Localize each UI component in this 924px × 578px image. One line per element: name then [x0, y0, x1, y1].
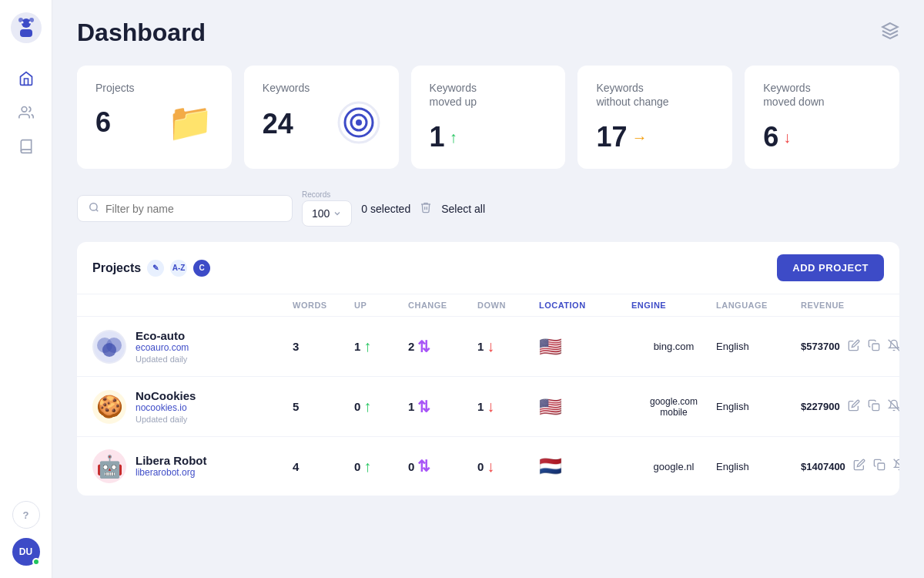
project-avatar-ecoauto: [92, 330, 126, 364]
add-project-button[interactable]: ADD PROJECT: [777, 254, 884, 281]
project-url-libera[interactable]: liberarobot.org: [136, 467, 207, 478]
project-url-ecoauto[interactable]: ecoauro.com: [136, 342, 189, 353]
svg-point-6: [28, 22, 31, 24]
svg-rect-19: [872, 344, 879, 351]
page-header: Dashboard: [77, 18, 899, 47]
stat-label-moved-down: Keywords moved down: [763, 81, 881, 109]
project-info-nocookies: 🍪 NoCookies nocookies.io Updated daily: [92, 389, 293, 424]
online-indicator: [32, 558, 40, 566]
trash-icon[interactable]: [420, 201, 432, 217]
sidebar-item-help[interactable]: ?: [12, 501, 40, 529]
project-updated-nocookies: Updated daily: [136, 415, 196, 424]
svg-rect-2: [20, 29, 32, 37]
sidebar-item-users[interactable]: [12, 99, 40, 126]
row-actions-ecoauto: $573700: [801, 339, 893, 355]
row-actions-libera: $1407400: [801, 459, 893, 474]
table-row: Eco-auto ecoauro.com Updated daily 3 1 ↑…: [77, 316, 899, 376]
stat-card-projects: Projects 6 📁: [77, 66, 232, 169]
engine-nocookies: google.com mobile: [631, 396, 716, 418]
layers-icon[interactable]: [881, 22, 899, 44]
project-name-libera: Libera Robot: [136, 454, 207, 467]
engine-libera: google.nl: [631, 461, 716, 472]
sort-badge[interactable]: A-Z: [170, 260, 187, 277]
projects-table: Projects ✎ A-Z C ADD PROJECT WORDS UP CH…: [77, 242, 899, 496]
up-arrow-nocookies: ↑: [363, 398, 371, 415]
project-updated-ecoauto: Updated daily: [136, 355, 189, 364]
edit-icon-nocookies[interactable]: [848, 399, 860, 415]
flag-nocookies: 🇺🇸: [539, 396, 631, 418]
select-all-button[interactable]: Select all: [441, 203, 485, 215]
svg-point-5: [21, 22, 23, 24]
neutral-arrow-icon: →: [631, 129, 647, 146]
projects-header: Projects ✎ A-Z C ADD PROJECT: [77, 242, 899, 294]
project-info-ecoauto: Eco-auto ecoauro.com Updated daily: [92, 329, 293, 364]
project-url-nocookies[interactable]: nocookies.io: [136, 402, 196, 413]
down-arrow-nocookies: ↓: [487, 398, 494, 415]
svg-marker-8: [882, 23, 898, 31]
col-header-up: UP: [354, 301, 408, 310]
copy-icon-libera[interactable]: [873, 459, 886, 474]
stat-card-no-change: Keywords without change 17 →: [578, 66, 732, 169]
filter-row: Records 100 0 selected Select all: [77, 190, 899, 227]
c-badge[interactable]: C: [193, 260, 210, 277]
revenue-ecoauto: $573700: [801, 341, 840, 352]
cell-words-nocookies: 5: [293, 400, 354, 413]
svg-point-12: [356, 119, 362, 126]
col-header-revenue: REVENUE: [801, 301, 893, 310]
col-header-words: WORDS: [293, 301, 354, 310]
row-actions-nocookies: $227900: [801, 399, 893, 415]
sidebar-item-book[interactable]: [12, 133, 40, 160]
records-dropdown[interactable]: 100: [302, 200, 352, 227]
change-arrow-nocookies: ⇅: [417, 398, 430, 416]
svg-point-18: [102, 343, 116, 357]
cell-change-ecoauto: 2 ⇅: [408, 338, 477, 356]
selected-count: 0 selected: [361, 203, 410, 215]
stat-label-moved-up: Keywords moved up: [430, 81, 547, 109]
project-info-libera: 🤖 Libera Robot liberarobot.org: [92, 449, 293, 483]
avatar[interactable]: DU: [12, 538, 40, 566]
cell-down-ecoauto: 1 ↓: [477, 338, 539, 355]
col-header-language: LANGUAGE: [716, 301, 801, 310]
up-arrow-icon: ↑: [450, 129, 457, 146]
stat-value-no-change: 17: [596, 121, 627, 153]
stat-value-moved-down: 6: [763, 121, 778, 153]
bell-icon-ecoauto[interactable]: [888, 339, 899, 355]
edit-icon-ecoauto[interactable]: [848, 339, 860, 355]
stat-card-keywords: Keywords 24: [244, 66, 399, 169]
bell-icon-libera[interactable]: [893, 459, 899, 474]
cell-words-libera: 4: [293, 460, 354, 473]
cell-change-libera: 0 ⇅: [408, 457, 477, 476]
bell-icon-nocookies[interactable]: [888, 399, 899, 415]
sidebar-item-home[interactable]: [12, 65, 40, 92]
stat-value-projects: 6: [95, 106, 111, 139]
main-content: Dashboard Projects 6 📁 Keywords 24: [52, 0, 924, 578]
up-arrow-ecoauto: ↑: [363, 338, 371, 355]
down-arrow-icon: ↓: [783, 129, 791, 146]
project-avatar-libera: 🤖: [92, 449, 126, 483]
edit-badge[interactable]: ✎: [147, 260, 164, 277]
copy-icon-ecoauto[interactable]: [868, 339, 880, 355]
logo[interactable]: [11, 12, 42, 43]
project-name-ecoauto: Eco-auto: [136, 329, 189, 342]
edit-icon-libera[interactable]: [853, 459, 865, 474]
search-box[interactable]: [77, 195, 293, 222]
cell-up-libera: 0 ↑: [354, 458, 408, 476]
up-arrow-libera: ↑: [363, 458, 371, 476]
cell-words-ecoauto: 3: [293, 340, 354, 353]
target-icon: [337, 101, 380, 147]
change-arrow-libera: ⇅: [417, 457, 430, 476]
copy-icon-nocookies[interactable]: [868, 399, 880, 415]
search-icon: [89, 202, 99, 215]
col-header-down: DOWN: [477, 301, 539, 310]
stat-label-keywords: Keywords: [263, 81, 380, 95]
svg-line-22: [888, 400, 899, 412]
svg-line-14: [96, 210, 99, 212]
stat-value-keywords: 24: [263, 108, 293, 140]
table-column-headers: WORDS UP CHANGE DOWN LOCATION ENGINE LAN…: [77, 294, 899, 316]
cell-change-nocookies: 1 ⇅: [408, 398, 477, 416]
stat-label-no-change: Keywords without change: [596, 81, 714, 109]
engine-ecoauto: bing.com: [631, 341, 716, 352]
table-row: 🤖 Libera Robot liberarobot.org 4 0 ↑ 0 ⇅: [77, 436, 899, 496]
search-input[interactable]: [105, 203, 281, 215]
language-libera: English: [716, 461, 801, 472]
